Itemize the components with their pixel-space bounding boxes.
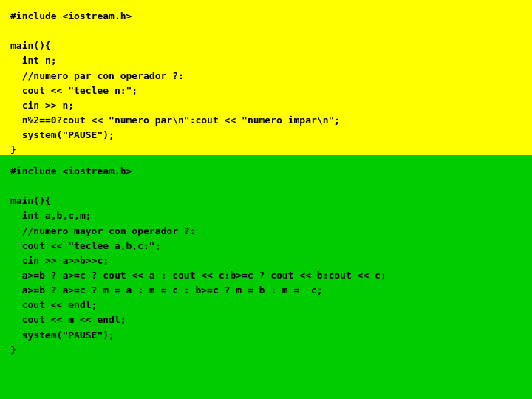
top-code-panel: #include <iostream.h> main(){ int n; //n… bbox=[0, 0, 532, 155]
top-code-block: #include <iostream.h> main(){ int n; //n… bbox=[10, 9, 522, 155]
bottom-code-panel: #include <iostream.h> main(){ int a,b,c,… bbox=[0, 155, 532, 399]
bottom-code-block: #include <iostream.h> main(){ int a,b,c,… bbox=[10, 164, 522, 358]
